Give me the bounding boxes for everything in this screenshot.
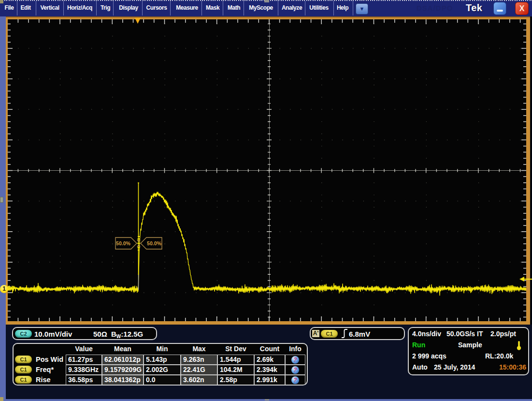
- svg-text:50.0%: 50.0%: [147, 240, 161, 246]
- svg-text:50.0%: 50.0%: [116, 240, 130, 246]
